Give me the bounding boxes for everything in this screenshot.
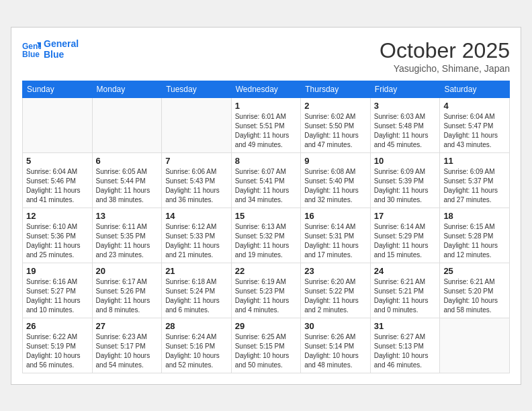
day-number: 7	[165, 156, 228, 166]
calendar-cell: 5Sunrise: 6:04 AM Sunset: 5:46 PM Daylig…	[23, 152, 93, 208]
calendar-cell: 3Sunrise: 6:03 AM Sunset: 5:48 PM Daylig…	[370, 97, 440, 152]
calendar-cell: 27Sunrise: 6:23 AM Sunset: 5:17 PM Dayli…	[92, 318, 162, 373]
calendar-cell	[162, 97, 232, 152]
day-number: 8	[235, 156, 298, 166]
day-number: 14	[165, 211, 228, 221]
calendar-cell: 9Sunrise: 6:08 AM Sunset: 5:40 PM Daylig…	[301, 152, 371, 208]
day-info: Sunrise: 6:03 AM Sunset: 5:48 PM Dayligh…	[374, 112, 437, 150]
day-info: Sunrise: 6:14 AM Sunset: 5:31 PM Dayligh…	[304, 222, 367, 260]
day-number: 16	[304, 211, 367, 221]
day-info: Sunrise: 6:27 AM Sunset: 5:13 PM Dayligh…	[374, 332, 437, 370]
day-number: 1	[235, 101, 298, 111]
calendar-cell: 11Sunrise: 6:09 AM Sunset: 5:37 PM Dayli…	[440, 152, 510, 208]
day-info: Sunrise: 6:09 AM Sunset: 5:37 PM Dayligh…	[443, 167, 506, 205]
calendar-cell: 26Sunrise: 6:22 AM Sunset: 5:19 PM Dayli…	[23, 318, 93, 373]
day-number: 5	[26, 156, 89, 166]
calendar-cell: 10Sunrise: 6:09 AM Sunset: 5:39 PM Dayli…	[370, 152, 440, 208]
calendar-cell: 7Sunrise: 6:06 AM Sunset: 5:43 PM Daylig…	[162, 152, 232, 208]
calendar-cell: 25Sunrise: 6:21 AM Sunset: 5:20 PM Dayli…	[440, 263, 510, 318]
calendar-week-row: 26Sunrise: 6:22 AM Sunset: 5:19 PM Dayli…	[23, 318, 510, 373]
calendar-cell	[92, 97, 162, 152]
logo-icon: General Blue	[22, 40, 41, 58]
day-info: Sunrise: 6:14 AM Sunset: 5:29 PM Dayligh…	[374, 222, 437, 260]
calendar-cell: 13Sunrise: 6:11 AM Sunset: 5:35 PM Dayli…	[92, 208, 162, 263]
calendar-cell: 21Sunrise: 6:18 AM Sunset: 5:24 PM Dayli…	[162, 263, 232, 318]
location: Yasugicho, Shimane, Japan	[380, 63, 510, 74]
day-info: Sunrise: 6:24 AM Sunset: 5:16 PM Dayligh…	[165, 332, 228, 370]
day-info: Sunrise: 6:04 AM Sunset: 5:46 PM Dayligh…	[26, 167, 89, 205]
day-info: Sunrise: 6:17 AM Sunset: 5:26 PM Dayligh…	[96, 277, 159, 315]
day-info: Sunrise: 6:21 AM Sunset: 5:21 PM Dayligh…	[374, 277, 437, 315]
calendar-cell: 28Sunrise: 6:24 AM Sunset: 5:16 PM Dayli…	[162, 318, 232, 373]
weekday-header: Thursday	[301, 81, 371, 97]
calendar-cell: 24Sunrise: 6:21 AM Sunset: 5:21 PM Dayli…	[370, 263, 440, 318]
calendar-cell: 17Sunrise: 6:14 AM Sunset: 5:29 PM Dayli…	[370, 208, 440, 263]
day-info: Sunrise: 6:13 AM Sunset: 5:32 PM Dayligh…	[235, 222, 298, 260]
title-block: October 2025 Yasugicho, Shimane, Japan	[380, 38, 510, 74]
calendar-cell: 4Sunrise: 6:04 AM Sunset: 5:47 PM Daylig…	[440, 97, 510, 152]
calendar-cell: 23Sunrise: 6:20 AM Sunset: 5:22 PM Dayli…	[301, 263, 371, 318]
calendar-cell: 16Sunrise: 6:14 AM Sunset: 5:31 PM Dayli…	[301, 208, 371, 263]
calendar-week-row: 19Sunrise: 6:16 AM Sunset: 5:27 PM Dayli…	[23, 263, 510, 318]
day-info: Sunrise: 6:04 AM Sunset: 5:47 PM Dayligh…	[443, 112, 506, 150]
day-number: 20	[96, 266, 159, 276]
calendar-header: General Blue General Blue October 2025 Y…	[22, 38, 510, 74]
day-info: Sunrise: 6:16 AM Sunset: 5:27 PM Dayligh…	[26, 277, 89, 315]
day-info: Sunrise: 6:02 AM Sunset: 5:50 PM Dayligh…	[304, 112, 367, 150]
day-number: 15	[235, 211, 298, 221]
day-number: 17	[374, 211, 437, 221]
weekday-header: Tuesday	[162, 81, 232, 97]
calendar-cell	[440, 318, 510, 373]
weekday-header: Sunday	[23, 81, 93, 97]
day-info: Sunrise: 6:08 AM Sunset: 5:40 PM Dayligh…	[304, 167, 367, 205]
day-info: Sunrise: 6:25 AM Sunset: 5:15 PM Dayligh…	[235, 332, 298, 370]
day-number: 22	[235, 266, 298, 276]
day-number: 30	[304, 321, 367, 331]
day-info: Sunrise: 6:11 AM Sunset: 5:35 PM Dayligh…	[96, 222, 159, 260]
day-number: 11	[443, 156, 506, 166]
day-number: 31	[374, 321, 437, 331]
calendar-week-row: 12Sunrise: 6:10 AM Sunset: 5:36 PM Dayli…	[23, 208, 510, 263]
calendar-cell: 20Sunrise: 6:17 AM Sunset: 5:26 PM Dayli…	[92, 263, 162, 318]
day-number: 24	[374, 266, 437, 276]
day-number: 29	[235, 321, 298, 331]
logo-text: General Blue	[44, 38, 79, 61]
day-info: Sunrise: 6:07 AM Sunset: 5:41 PM Dayligh…	[235, 167, 298, 205]
month-title: October 2025	[380, 38, 510, 63]
day-number: 23	[304, 266, 367, 276]
day-number: 2	[304, 101, 367, 111]
calendar-cell: 30Sunrise: 6:26 AM Sunset: 5:14 PM Dayli…	[301, 318, 371, 373]
weekday-header: Monday	[92, 81, 162, 97]
calendar-cell: 12Sunrise: 6:10 AM Sunset: 5:36 PM Dayli…	[23, 208, 93, 263]
calendar-cell: 6Sunrise: 6:05 AM Sunset: 5:44 PM Daylig…	[92, 152, 162, 208]
day-info: Sunrise: 6:26 AM Sunset: 5:14 PM Dayligh…	[304, 332, 367, 370]
calendar-cell: 19Sunrise: 6:16 AM Sunset: 5:27 PM Dayli…	[23, 263, 93, 318]
svg-text:Blue: Blue	[22, 50, 40, 58]
weekday-header: Saturday	[440, 81, 510, 97]
day-info: Sunrise: 6:06 AM Sunset: 5:43 PM Dayligh…	[165, 167, 228, 205]
calendar-cell: 8Sunrise: 6:07 AM Sunset: 5:41 PM Daylig…	[231, 152, 301, 208]
day-info: Sunrise: 6:18 AM Sunset: 5:24 PM Dayligh…	[165, 277, 228, 315]
day-number: 13	[96, 211, 159, 221]
day-number: 9	[304, 156, 367, 166]
day-number: 19	[26, 266, 89, 276]
day-info: Sunrise: 6:19 AM Sunset: 5:23 PM Dayligh…	[235, 277, 298, 315]
day-info: Sunrise: 6:23 AM Sunset: 5:17 PM Dayligh…	[96, 332, 159, 370]
calendar-container: General Blue General Blue October 2025 Y…	[11, 27, 521, 385]
day-number: 12	[26, 211, 89, 221]
day-number: 6	[96, 156, 159, 166]
calendar-cell: 29Sunrise: 6:25 AM Sunset: 5:15 PM Dayli…	[231, 318, 301, 373]
calendar-table: SundayMondayTuesdayWednesdayThursdayFrid…	[22, 81, 510, 373]
calendar-cell	[23, 97, 93, 152]
calendar-cell: 1Sunrise: 6:01 AM Sunset: 5:51 PM Daylig…	[231, 97, 301, 152]
day-number: 27	[96, 321, 159, 331]
calendar-cell: 22Sunrise: 6:19 AM Sunset: 5:23 PM Dayli…	[231, 263, 301, 318]
calendar-cell: 2Sunrise: 6:02 AM Sunset: 5:50 PM Daylig…	[301, 97, 371, 152]
day-info: Sunrise: 6:15 AM Sunset: 5:28 PM Dayligh…	[443, 222, 506, 260]
day-number: 21	[165, 266, 228, 276]
weekday-header-row: SundayMondayTuesdayWednesdayThursdayFrid…	[23, 81, 510, 97]
calendar-cell: 14Sunrise: 6:12 AM Sunset: 5:33 PM Dayli…	[162, 208, 232, 263]
day-info: Sunrise: 6:21 AM Sunset: 5:20 PM Dayligh…	[443, 277, 506, 315]
day-info: Sunrise: 6:20 AM Sunset: 5:22 PM Dayligh…	[304, 277, 367, 315]
day-number: 3	[374, 101, 437, 111]
